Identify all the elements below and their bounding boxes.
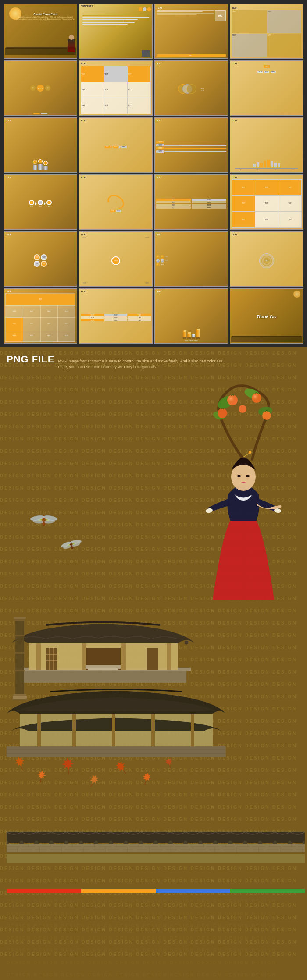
svg-rect-53 [14, 635, 25, 636]
slide-thumb-12[interactable]: TEXT ABCD [230, 117, 303, 173]
svg-point-43 [185, 641, 188, 644]
slide-thumb-15[interactable]: TEXT TEXT TEXT TEXT TEXT TEXT TEXT TEXT … [154, 174, 228, 230]
roof-border-illustration [7, 832, 305, 863]
png-file-description: PNG image format source is easy to contr… [58, 359, 233, 369]
slide-23-label: TEXT [156, 290, 226, 293]
slide-thumb-2[interactable]: CONTENTS [79, 4, 153, 59]
slide-thumb-11[interactable]: TEXT 1 STEP 2 STEP 3 STEP 4 [154, 117, 228, 173]
slide-4-label: TEXT [232, 7, 301, 9]
svg-line-71 [91, 784, 92, 787]
slide-8-label: TEXT [232, 62, 302, 65]
slide-thumb-7[interactable]: TEXT TEXT TITLE [154, 60, 228, 116]
slide-thumb-20[interactable]: TEXT TITLE [230, 231, 303, 287]
svg-rect-61 [72, 714, 76, 749]
slide-thumb-3[interactable]: TEXT IMG TEXT [154, 4, 228, 59]
slide-1-title: Asadal PowerPoint [15, 13, 76, 15]
slide-thumb-18[interactable]: TEXT TITLE TEXT TEXT TEXT TEXT [79, 231, 153, 287]
thank-you-title: Thank You [257, 314, 277, 319]
slide-11-label: TEXT [156, 119, 226, 122]
svg-rect-54 [14, 652, 25, 654]
svg-point-27 [249, 451, 251, 454]
slide-thumb-13[interactable]: TEXT T TEXT T TEXT T TEXT [4, 174, 77, 230]
slide-9-label: TEXT [5, 119, 75, 122]
color-bars-row [7, 889, 305, 893]
png-content-area: DESIGN DESIGN DESIGN DESIGN DESIGN DESIG… [7, 372, 300, 980]
slide-13-label: TEXT [5, 176, 75, 179]
svg-point-5 [227, 395, 238, 405]
building-2-illustration [7, 670, 226, 757]
svg-rect-35 [46, 648, 57, 670]
svg-point-30 [237, 475, 241, 477]
svg-rect-46 [121, 643, 126, 670]
png-file-title: PNG FILE [7, 354, 54, 365]
svg-rect-127 [7, 854, 305, 863]
svg-point-10 [239, 405, 246, 413]
svg-rect-97 [7, 844, 305, 852]
slide-thumb-1[interactable]: Asadal PowerPoint Asadal In business In … [4, 4, 77, 59]
svg-line-68 [21, 767, 23, 770]
slide-12-label: TEXT [232, 119, 302, 122]
svg-point-7 [252, 393, 261, 403]
bottom-filler: DESIGN DESIGN DESIGN DESIGN DESIGN DESIG… [7, 895, 305, 980]
slide-thumb-17[interactable]: TEXT TEXT TEXT TEXT TEXT [4, 231, 77, 287]
color-bar-green [230, 889, 305, 893]
slide-18-label: TEXT [81, 233, 151, 236]
svg-line-26 [243, 453, 250, 457]
slide-thumb-10[interactable]: TEXT TEXT TEXT TEXT [79, 117, 153, 173]
slide-thumb-24[interactable]: Thank You [230, 288, 303, 344]
slide-21-label: TEXT [5, 290, 75, 293]
svg-rect-44 [36, 643, 41, 670]
color-bar-red [7, 889, 81, 893]
slide-10-label: TEXT [81, 119, 151, 122]
woman-hanbok-illustration [200, 451, 287, 608]
svg-rect-63 [151, 714, 155, 749]
slide-7-label: TEXT [156, 62, 226, 65]
svg-point-31 [246, 475, 250, 477]
slide-thumb-9[interactable]: TEXT [4, 117, 77, 173]
svg-line-69 [40, 779, 41, 783]
png-section: DESIGN DESIGN DESIGN DESIGN DESIGN DESIG… [0, 347, 307, 980]
slide-thumb-16[interactable]: TEXT TEXT TEXT TEXT TEXT TEXT TEXT TEXT [230, 174, 303, 230]
slide-22-label: TEXT [81, 290, 151, 293]
slide-16-label: TEXT [232, 176, 302, 179]
slides-grid: Asadal PowerPoint Asadal In business In … [4, 4, 303, 344]
slides-section: Asadal PowerPoint Asadal In business In … [0, 0, 307, 347]
slide-6-label: TEXT [81, 62, 151, 65]
slide-15-label: TEXT [156, 176, 226, 179]
color-bar-blue [156, 889, 230, 893]
svg-point-8 [262, 411, 271, 420]
slide-thumb-5[interactable]: T TITLE T [4, 60, 77, 116]
png-header: PNG FILE PNG image format source is easy… [7, 352, 300, 369]
svg-line-70 [68, 770, 69, 774]
svg-rect-52 [14, 617, 26, 619]
svg-point-9 [218, 408, 227, 418]
slide-thumb-6[interactable]: TEXT TEXT TEXT TEXT TEXT TEXT TEXT TEXT [79, 60, 153, 116]
slide-14-label: TEXT [81, 176, 151, 179]
slide-20-label: TEXT [232, 233, 302, 236]
svg-rect-62 [112, 714, 115, 749]
slide-thumb-21[interactable]: TEXT TEXT TEXT TEXT TEXT TEXT TEXT TEXT [4, 288, 77, 344]
slide-thumb-22[interactable]: TEXT TEXT TEXT TEXT TEXT TEXT TEXT TEXT [79, 288, 153, 344]
slide-thumb-14[interactable]: TEXT ↺ TEXT TEXT [79, 174, 153, 230]
svg-rect-47 [167, 643, 171, 670]
svg-line-74 [170, 766, 171, 769]
slide-2-label: CONTENTS [81, 5, 93, 7]
svg-rect-64 [191, 714, 194, 749]
maple-leaves-illustration [7, 753, 173, 797]
slide-1-desc: Asadal In business In Seoul Korea in Feb… [15, 16, 76, 22]
slide-thumb-8[interactable]: TEXT TITLE TEXT TEXT TEXT [230, 60, 303, 116]
dragonfly-illustration [29, 512, 59, 527]
svg-rect-37 [147, 648, 158, 670]
svg-line-73 [145, 781, 146, 785]
svg-line-72 [124, 771, 126, 774]
slide-3-label: TEXT [157, 7, 226, 9]
color-bar-orange [81, 889, 156, 893]
slide-thumb-23[interactable]: TEXT [154, 288, 228, 344]
dragonfly-2-illustration [58, 536, 84, 554]
slide-19-label: TEXT [156, 233, 226, 236]
slide-thumb-19[interactable]: TEXT TEXT TEXT TEXT [154, 231, 228, 287]
svg-rect-60 [37, 714, 41, 749]
slide-17-label: TEXT [5, 233, 75, 236]
slide-thumb-4[interactable]: TEXT TEXT TEXT TEXT TEXT [230, 4, 303, 59]
